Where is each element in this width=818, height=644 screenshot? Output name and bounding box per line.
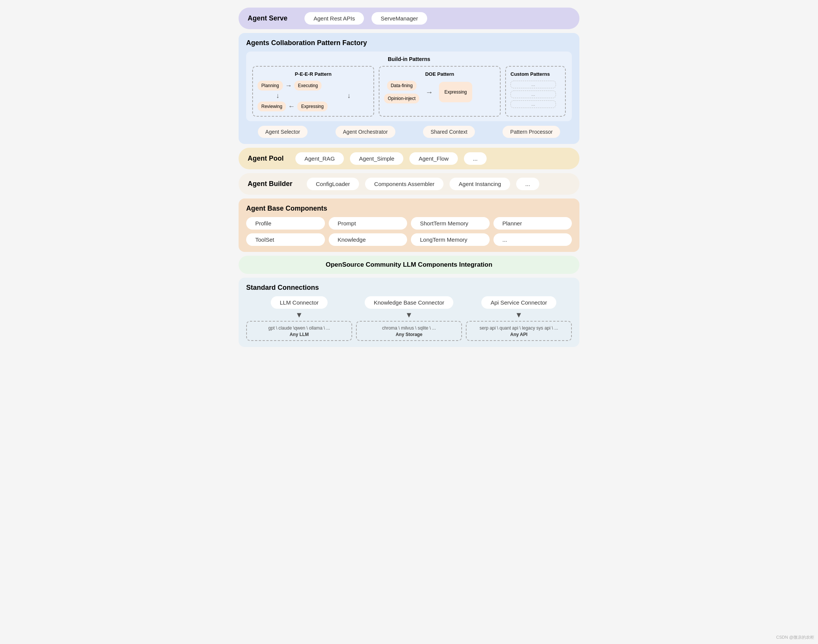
doe-pattern-title: DOE Pattern xyxy=(384,71,495,77)
prompt-pill: Prompt xyxy=(329,217,407,230)
agent-builder-dots-pill: ... xyxy=(516,178,539,190)
api-down-arrow: ▼ xyxy=(515,311,523,319)
kb-dashed-box: chroma \ milvus \ sqlite \ ... Any Stora… xyxy=(356,321,462,341)
planning-node: Planning xyxy=(258,81,283,91)
planner-pill: Planner xyxy=(493,217,572,230)
std-conn-title: Standard Connections xyxy=(246,284,572,292)
api-dashed-box: serp api \ quant api \ legacy sys api \ … xyxy=(466,321,572,341)
buildin-patterns-title: Build-in Patterns xyxy=(252,56,566,62)
agent-rag-pill: Agent_RAG xyxy=(295,152,344,165)
api-connector-col: Api Service Connector ▼ serp api \ quant… xyxy=(466,296,572,341)
agent-instancing-pill: Agent Instancing xyxy=(450,178,510,190)
executing-node: Executing xyxy=(294,81,322,91)
peer-pattern-layout: Planning → Executing → → Reviewing → Exp… xyxy=(258,81,369,111)
collab-pills-row: Agent Selector Agent Orchestrator Shared… xyxy=(246,126,572,138)
doe-pattern-box: DOE Pattern Data-fining Opinion-inject →… xyxy=(379,66,501,117)
llm-connector-col: LLM Connector ▼ gpt \ claude \qwen \ oll… xyxy=(246,296,352,341)
agent-simple-pill: Agent_Simple xyxy=(350,152,403,165)
opinion-inject-node: Opinion-inject xyxy=(384,94,419,103)
agent-selector-pill: Agent Selector xyxy=(258,126,308,138)
knowledge-pill: Knowledge xyxy=(329,233,407,246)
llm-details-2: Any LLM xyxy=(251,332,347,337)
kb-down-arrow: ▼ xyxy=(405,311,413,319)
peer-row-arrows: → → xyxy=(258,92,369,100)
agent-rest-apis-pill: Agent Rest APIs xyxy=(304,12,364,25)
kb-details-2: Any Storage xyxy=(361,332,457,337)
agent-serve-section: Agent Serve Agent Rest APIs ServeManager xyxy=(239,8,579,29)
pattern-processor-pill: Pattern Processor xyxy=(503,126,560,138)
agent-base-section: Agent Base Components Profile Prompt Sho… xyxy=(239,199,579,252)
components-assembler-pill: Components Assembler xyxy=(365,178,443,190)
data-fining-node: Data-fining xyxy=(387,81,417,91)
std-conn-row: LLM Connector ▼ gpt \ claude \qwen \ oll… xyxy=(246,296,572,341)
collab-title: Agents Collaboration Pattern Factory xyxy=(246,39,572,47)
llm-down-arrow: ▼ xyxy=(295,311,303,319)
kb-details-1: chroma \ milvus \ sqlite \ ... xyxy=(361,325,457,332)
doe-row-1: Data-fining Opinion-inject → Expressing xyxy=(384,81,495,103)
api-details-1: serp api \ quant api \ legacy sys api \ … xyxy=(471,325,567,332)
agent-orchestrator-pill: Agent Orchestrator xyxy=(336,126,395,138)
base-dots-pill: ... xyxy=(493,233,572,246)
peer-row-2: Reviewing → Expressing xyxy=(258,102,369,111)
arrow-left-1: → xyxy=(288,103,295,111)
custom-item-1: ... xyxy=(510,81,556,88)
collab-section: Agents Collaboration Pattern Factory Bui… xyxy=(239,33,579,144)
agent-flow-pill: Agent_Flow xyxy=(409,152,457,165)
toolset-pill: ToolSet xyxy=(246,233,325,246)
kb-connector-pill: Knowledge Base Connector xyxy=(365,296,453,309)
watermark: CSDN @微凉的农柜 xyxy=(776,635,814,640)
agent-pool-label: Agent Pool xyxy=(248,155,289,163)
opensource-label: OpenSource Community LLM Components Inte… xyxy=(326,261,492,268)
shared-context-pill: Shared Context xyxy=(423,126,475,138)
agent-builder-label: Agent Builder xyxy=(248,180,301,188)
agent-base-grid: Profile Prompt ShortTerm Memory Planner … xyxy=(246,217,572,246)
peer-row-1: Planning → Executing xyxy=(258,81,369,91)
api-details-2: Any API xyxy=(471,332,567,337)
kb-connector-col: Knowledge Base Connector ▼ chroma \ milv… xyxy=(356,296,462,341)
custom-patterns-title: Custom Patterns xyxy=(510,71,550,77)
llm-connector-pill: LLM Connector xyxy=(271,296,328,309)
opensource-section: OpenSource Community LLM Components Inte… xyxy=(239,256,579,274)
patterns-inner: P-E-E-R Pattern Planning → Executing → → xyxy=(252,66,566,117)
api-connector-pill: Api Service Connector xyxy=(481,296,556,309)
custom-item-2: ... xyxy=(510,91,556,98)
diagram-container: Agent Serve Agent Rest APIs ServeManager… xyxy=(239,8,579,347)
arrow-up-left: → xyxy=(274,93,282,100)
std-connections-section: Standard Connections LLM Connector ▼ gpt… xyxy=(239,278,579,347)
doe-arrow: → xyxy=(425,88,433,97)
agent-builder-section: Agent Builder ConfigLoader Components As… xyxy=(239,173,579,195)
agent-pool-dots-pill: ... xyxy=(464,152,487,165)
doe-pattern-layout: Data-fining Opinion-inject → Expressing xyxy=(384,81,495,103)
arrow-down-right: → xyxy=(345,93,353,100)
llm-dashed-box: gpt \ claude \qwen \ ollama \ ... Any LL… xyxy=(246,321,352,341)
llm-details-1: gpt \ claude \qwen \ ollama \ ... xyxy=(251,325,347,332)
reviewing-node: Reviewing xyxy=(258,102,286,111)
profile-pill: Profile xyxy=(246,217,325,230)
agent-base-title: Agent Base Components xyxy=(246,205,572,213)
agent-pool-section: Agent Pool Agent_RAG Agent_Simple Agent_… xyxy=(239,148,579,169)
custom-item-3: ... xyxy=(510,100,556,108)
shortterm-memory-pill: ShortTerm Memory xyxy=(411,217,490,230)
expressing-node-peer: Expressing xyxy=(297,102,327,111)
config-loader-pill: ConfigLoader xyxy=(307,178,359,190)
patterns-area: Build-in Patterns P-E-E-R Pattern Planni… xyxy=(246,52,572,121)
peer-pattern-title: P-E-E-R Pattern xyxy=(258,71,369,77)
serve-manager-pill: ServeManager xyxy=(372,12,427,25)
longterm-memory-pill: LongTerm Memory xyxy=(411,233,490,246)
agent-serve-label: Agent Serve xyxy=(248,14,297,22)
custom-patterns-box: Custom Patterns ... ... ... xyxy=(505,66,566,117)
expressing-node-doe: Expressing xyxy=(439,82,472,102)
peer-pattern-box: P-E-E-R Pattern Planning → Executing → → xyxy=(252,66,374,117)
arrow-right-1: → xyxy=(285,82,292,90)
